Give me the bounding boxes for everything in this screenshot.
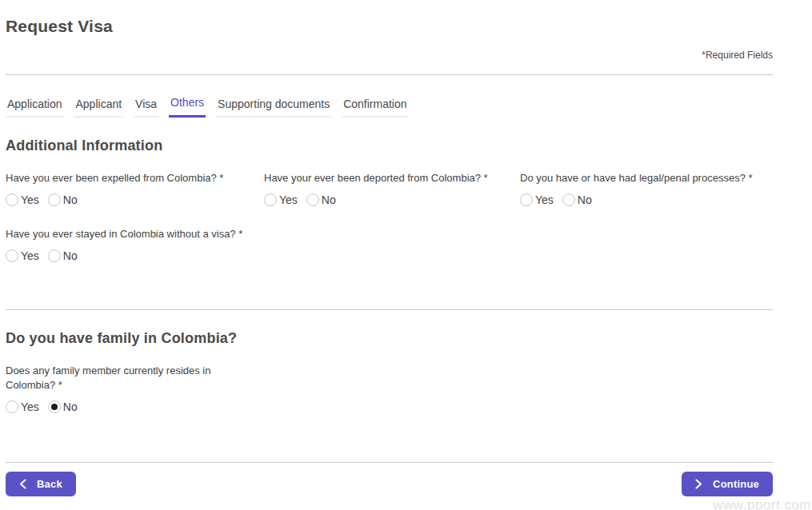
tab-visa[interactable]: Visa (134, 98, 158, 118)
radio-label: Yes (21, 193, 39, 206)
radio-icon[interactable] (6, 400, 18, 413)
page-title: Request Visa (6, 0, 773, 36)
radio-option-yes[interactable]: Yes (520, 193, 554, 206)
question-label: Have you ever been expelled from Colombi… (6, 171, 264, 185)
continue-button[interactable]: Continue (682, 472, 773, 496)
section-heading-additional-information: Additional Information (6, 137, 773, 154)
radio-icon[interactable] (48, 400, 61, 413)
continue-button-label: Continue (713, 478, 759, 490)
required-fields-note: *Required Fields (6, 50, 773, 61)
question-family-member-resides: Does any family member currently resides… (6, 364, 773, 413)
radio-group-stayed-without-visa: Yes No (6, 249, 264, 262)
radio-group-legal-processes: Yes No (520, 193, 773, 206)
radio-icon[interactable] (6, 193, 18, 206)
radio-icon[interactable] (520, 193, 533, 206)
radio-option-no[interactable]: No (48, 193, 78, 206)
additional-questions: Have you ever been expelled from Colombi… (6, 171, 773, 262)
radio-label: Yes (21, 400, 39, 413)
radio-option-yes[interactable]: Yes (264, 193, 298, 206)
back-button-label: Back (37, 478, 62, 490)
radio-label: No (63, 193, 78, 206)
question-deported: Have your ever been deported from Colomb… (264, 171, 520, 206)
tab-application[interactable]: Application (6, 98, 64, 118)
radio-label: Yes (279, 193, 298, 206)
radio-group-expelled: Yes No (6, 193, 264, 206)
back-button[interactable]: Back (6, 472, 76, 496)
radio-option-yes[interactable]: Yes (6, 400, 39, 413)
radio-group-deported: Yes No (264, 193, 520, 206)
divider (6, 309, 773, 310)
question-stayed-without-visa: Have you ever stayed in Colombia without… (6, 227, 264, 262)
radio-option-no[interactable]: No (562, 193, 592, 206)
radio-label: Yes (21, 249, 39, 262)
form-tabs: Application Applicant Visa Others Suppor… (6, 96, 773, 118)
radio-option-yes[interactable]: Yes (6, 193, 39, 206)
tab-supporting-documents[interactable]: Supporting documents (216, 98, 331, 118)
radio-icon[interactable] (306, 193, 319, 206)
question-legal-processes: Do you have or have had legal/penal proc… (520, 171, 773, 206)
radio-option-no[interactable]: No (306, 193, 336, 206)
radio-icon[interactable] (48, 193, 61, 206)
question-label: Have you ever stayed in Colombia without… (6, 227, 264, 241)
question-label: Have your ever been deported from Colomb… (264, 171, 520, 185)
radio-option-yes[interactable]: Yes (6, 249, 39, 262)
chevron-left-icon (19, 479, 26, 489)
radio-label: No (578, 193, 592, 206)
radio-label: No (322, 193, 336, 206)
radio-icon[interactable] (48, 249, 61, 262)
radio-option-no[interactable]: No (48, 400, 78, 413)
watermark: www.pport.com (713, 497, 811, 510)
chevron-right-icon (695, 479, 702, 489)
radio-label: Yes (535, 193, 554, 206)
tab-applicant[interactable]: Applicant (74, 98, 124, 118)
radio-icon[interactable] (6, 249, 18, 262)
radio-group-family-member: Yes No (6, 400, 773, 413)
divider (6, 74, 773, 75)
question-label: Do you have or have had legal/penal proc… (520, 171, 773, 185)
question-label: Does any family member currently resides… (6, 364, 215, 392)
divider (6, 462, 773, 463)
footer-actions: Back Continue (6, 472, 773, 496)
radio-label: No (63, 400, 78, 413)
radio-icon[interactable] (562, 193, 575, 206)
section-heading-family: Do you have family in Colombia? (6, 330, 773, 347)
radio-option-no[interactable]: No (48, 249, 78, 262)
question-expelled: Have you ever been expelled from Colombi… (6, 171, 264, 206)
tab-confirmation[interactable]: Confirmation (342, 98, 408, 118)
tab-others[interactable]: Others (169, 96, 206, 118)
request-visa-page: Request Visa *Required Fields Applicatio… (0, 0, 812, 510)
radio-label: No (63, 249, 78, 262)
radio-icon[interactable] (264, 193, 277, 206)
